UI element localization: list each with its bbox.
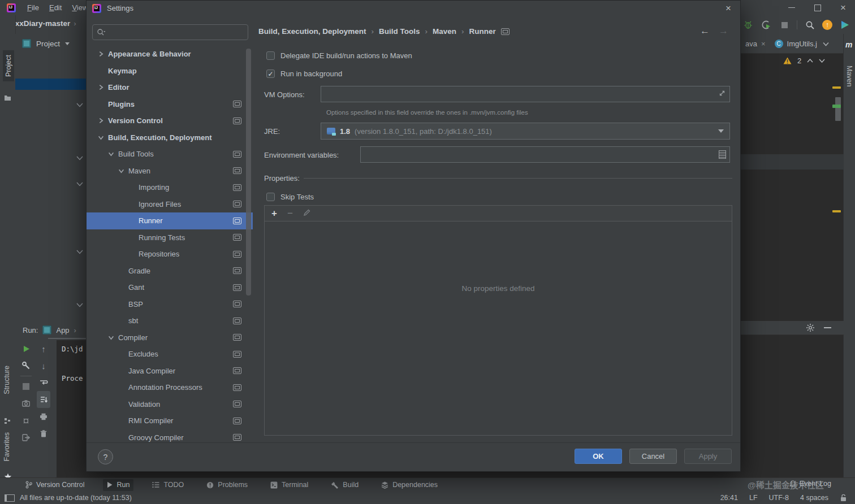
down-stack-trace-icon[interactable]: ↓ xyxy=(37,357,50,374)
settings-tree-item-importing[interactable]: Importing xyxy=(87,179,253,196)
status-line-separator[interactable]: LF xyxy=(749,494,758,502)
settings-tree-item-maven[interactable]: Maven xyxy=(87,163,253,180)
tree-collapse-chevron[interactable] xyxy=(76,101,83,109)
colorful-play-icon[interactable] xyxy=(839,19,850,31)
toolwindow-button-terminal[interactable]: Terminal xyxy=(266,479,312,491)
project-view-dropdown-icon[interactable] xyxy=(65,42,70,45)
toolwindow-button-run[interactable]: Run xyxy=(103,479,133,491)
scroll-to-end-icon[interactable] xyxy=(37,391,50,408)
settings-titlebar[interactable]: Settings × xyxy=(87,1,740,16)
profiler-icon[interactable] xyxy=(761,19,772,31)
clear-trash-icon[interactable] xyxy=(37,425,50,442)
chevron-down-icon[interactable] xyxy=(98,134,108,141)
unlock-icon[interactable] xyxy=(840,494,847,502)
gear-icon[interactable] xyxy=(806,323,815,332)
forward-arrow-icon[interactable]: → xyxy=(719,25,728,37)
chevron-down-icon[interactable] xyxy=(118,168,128,174)
properties-table[interactable]: No properties defined xyxy=(264,221,732,436)
settings-tree-item-rmi-compiler[interactable]: RMI Compiler xyxy=(87,412,253,429)
toolwindow-button-version-control[interactable]: Version Control xyxy=(21,479,88,491)
dump-threads-camera-icon[interactable] xyxy=(19,395,33,412)
settings-tree-item-build-execution-deployment[interactable]: Build, Execution, Deployment xyxy=(87,129,253,146)
tree-collapse-chevron[interactable] xyxy=(76,154,83,162)
run-config-name[interactable]: App xyxy=(56,326,69,334)
minimize-icon[interactable] xyxy=(788,7,795,8)
remove-property-icon[interactable]: − xyxy=(287,208,293,218)
settings-tree-item-keymap[interactable]: Keymap xyxy=(87,63,253,80)
chevron-right-icon[interactable] xyxy=(98,118,108,124)
chevron-right-icon[interactable] xyxy=(98,51,108,57)
breadcrumb-segment-build-tools[interactable]: Build Tools xyxy=(379,27,420,36)
edit-property-icon[interactable] xyxy=(303,209,310,218)
project-panel-header[interactable]: Project xyxy=(15,34,86,48)
stop-icon[interactable] xyxy=(779,19,790,31)
settings-tree-item-gradle[interactable]: Gradle xyxy=(87,263,253,280)
up-stack-trace-icon[interactable]: ↑ xyxy=(37,340,50,357)
settings-tree-item-repositories[interactable]: Repositories xyxy=(87,246,253,263)
search-everywhere-icon[interactable] xyxy=(804,19,815,31)
toolwindow-button-todo[interactable]: TODO xyxy=(148,479,188,491)
status-message[interactable]: All files are up-to-date (today 11:53) xyxy=(20,494,132,502)
apply-button[interactable]: Apply xyxy=(684,449,732,464)
scrollbar-thumb[interactable] xyxy=(835,97,841,121)
debug-bug-icon[interactable] xyxy=(742,19,754,31)
back-arrow-icon[interactable]: ← xyxy=(700,25,710,37)
tree-collapse-chevron[interactable] xyxy=(76,247,83,256)
toolwindow-switcher-icon[interactable] xyxy=(5,494,15,502)
env-vars-input[interactable] xyxy=(361,150,719,159)
settings-tree-item-validation[interactable]: Validation xyxy=(87,396,253,413)
settings-tree-scrollbar[interactable] xyxy=(246,49,251,296)
settings-tree-item-ignored-files[interactable]: Ignored Files xyxy=(87,196,253,213)
restore-icon[interactable] xyxy=(814,5,821,11)
jre-combobox[interactable]: 1.8 (version 1.8.0_151, path: D:/jdk1.8.… xyxy=(321,123,730,140)
editor-tab-partial[interactable]: ava × xyxy=(741,34,770,53)
toolwindow-button-build[interactable]: Build xyxy=(327,479,362,491)
chevron-down-icon[interactable] xyxy=(108,334,118,341)
rerun-icon[interactable] xyxy=(19,340,33,357)
project-tree-selected-row[interactable] xyxy=(15,79,86,90)
expand-field-icon[interactable] xyxy=(719,90,726,98)
chevron-down-icon[interactable] xyxy=(108,151,118,157)
tab-close-icon[interactable]: × xyxy=(761,40,766,48)
run-in-background-checkbox[interactable] xyxy=(266,69,275,78)
status-position[interactable]: 26:41 xyxy=(720,494,738,502)
update-notification-icon[interactable]: ↑ xyxy=(822,20,832,30)
maven-toolwindow-stripe[interactable]: m Maven xyxy=(843,34,855,477)
ok-button[interactable]: OK xyxy=(575,449,622,464)
settings-tree-item-groovy-compiler[interactable]: Groovy Compiler xyxy=(87,429,253,444)
tabs-dropdown-chevron-icon[interactable] xyxy=(823,40,829,48)
skip-tests-checkbox-row[interactable]: Skip Tests xyxy=(266,193,314,201)
cancel-button[interactable]: Cancel xyxy=(629,449,677,464)
stripe-tab-favorites[interactable]: Favorites xyxy=(3,432,11,461)
stripe-tab-structure[interactable]: Structure xyxy=(3,366,11,394)
vm-options-field[interactable] xyxy=(321,86,730,102)
delegate-build-checkbox[interactable] xyxy=(266,51,275,60)
project-breadcrumb[interactable]: WxxDiary-master› xyxy=(8,19,76,28)
breadcrumb-segment-maven[interactable]: Maven xyxy=(433,27,456,36)
menu-edit[interactable]: Edit xyxy=(49,3,62,12)
settings-tree-item-plugins[interactable]: Plugins xyxy=(87,96,253,113)
settings-tree-item-annotation-processors[interactable]: Annotation Processors xyxy=(87,379,253,396)
settings-tree-item-bsp[interactable]: BSP xyxy=(87,296,253,313)
settings-tree-item-gant[interactable]: Gant xyxy=(87,279,253,296)
tree-collapse-chevron[interactable] xyxy=(76,180,83,188)
toolwindow-button-dependencies[interactable]: Dependencies xyxy=(377,479,442,491)
editor-tab-imgutils[interactable]: C ImgUtils.j xyxy=(770,34,822,53)
settings-tree-item-sbt[interactable]: sbt xyxy=(87,312,253,329)
settings-tree-item-appearance-behavior[interactable]: Appearance & Behavior xyxy=(87,46,253,63)
settings-close-icon[interactable]: × xyxy=(726,3,731,14)
soft-wrap-icon[interactable] xyxy=(37,374,50,391)
settings-tree-item-compiler[interactable]: Compiler xyxy=(87,329,253,346)
stop-process-icon[interactable] xyxy=(19,378,33,395)
vm-options-input[interactable] xyxy=(321,90,719,98)
inspections-widget[interactable]: 2 xyxy=(783,57,825,65)
settings-tree-item-build-tools[interactable]: Build Tools xyxy=(87,146,253,163)
settings-tree-item-editor[interactable]: Editor xyxy=(87,79,253,96)
attach-debugger-icon[interactable] xyxy=(19,412,33,429)
menu-file[interactable]: File xyxy=(27,3,39,12)
breadcrumb-segment-build-execution-deployment[interactable]: Build, Execution, Deployment xyxy=(258,27,366,36)
toolwindow-button-problems[interactable]: Problems xyxy=(202,479,252,491)
env-vars-field[interactable] xyxy=(360,146,730,163)
edit-configuration-wrench-icon[interactable] xyxy=(19,357,33,374)
breadcrumb-segment-runner[interactable]: Runner xyxy=(469,27,496,36)
